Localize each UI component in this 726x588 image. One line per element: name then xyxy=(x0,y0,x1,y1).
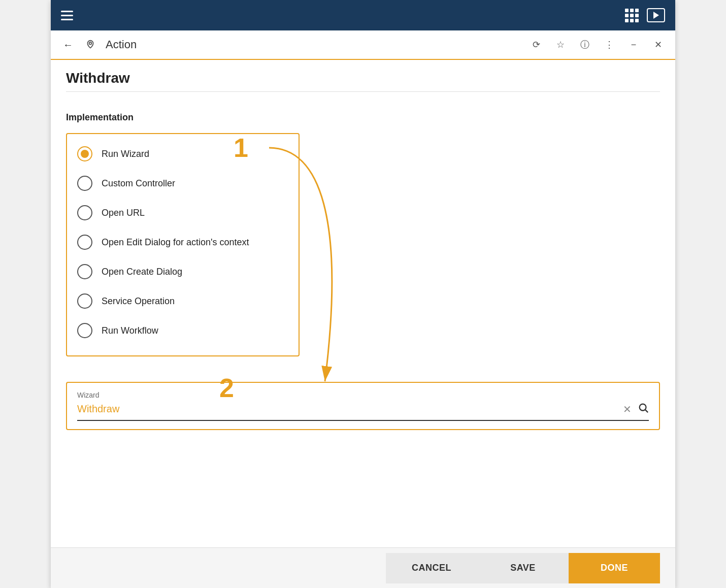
browser-toolbar: ← Action ⟳ ☆ ⓘ ⋮ − ✕ xyxy=(51,30,675,60)
play-icon[interactable] xyxy=(647,8,665,22)
radio-service-operation[interactable]: Service Operation xyxy=(77,286,288,316)
radio-run-wizard[interactable]: Run Wizard xyxy=(77,144,288,169)
page-content: Withdraw Implementation Run Wizard Custo… xyxy=(51,60,675,547)
wizard-label: Wizard xyxy=(77,391,649,399)
radio-label-run-wizard: Run Wizard xyxy=(102,149,149,159)
radio-circle-service-operation xyxy=(77,293,92,309)
toolbar-title: Action xyxy=(106,38,521,51)
footer: CANCEL SAVE DONE xyxy=(51,547,675,588)
divider xyxy=(66,91,660,92)
radio-label-service-operation: Service Operation xyxy=(102,296,175,307)
wizard-search-button[interactable] xyxy=(638,402,649,416)
radio-circle-custom-controller xyxy=(77,176,92,191)
form-area: Implementation Run Wizard Custom Control… xyxy=(51,102,675,382)
bookmark-button[interactable]: ☆ xyxy=(553,38,568,52)
back-button[interactable]: ← xyxy=(61,38,75,52)
svg-point-0 xyxy=(89,42,92,45)
radio-open-create-dialog[interactable]: Open Create Dialog xyxy=(77,257,288,286)
toolbar-actions: ⟳ ☆ ⓘ ⋮ − ✕ xyxy=(529,38,665,52)
radio-circle-run-workflow xyxy=(77,323,92,338)
action-icon xyxy=(83,38,97,52)
radio-label-custom-controller: Custom Controller xyxy=(102,178,175,189)
wizard-icons: ✕ xyxy=(623,402,649,416)
cancel-button[interactable]: CANCEL xyxy=(386,553,477,583)
minimize-button[interactable]: − xyxy=(626,38,641,52)
radio-inner-run-wizard xyxy=(81,150,89,158)
radio-circle-open-edit-dialog xyxy=(77,235,92,250)
svg-line-3 xyxy=(645,410,648,412)
radio-label-open-edit-dialog: Open Edit Dialog for action's context xyxy=(102,237,249,248)
hamburger-icon[interactable] xyxy=(61,11,73,20)
refresh-button[interactable]: ⟳ xyxy=(529,38,543,52)
close-button[interactable]: ✕ xyxy=(651,38,665,52)
wizard-field-box: Wizard Withdraw ✕ 2 xyxy=(66,382,660,430)
save-button[interactable]: SAVE xyxy=(477,553,569,583)
radio-run-workflow[interactable]: Run Workflow xyxy=(77,316,288,345)
radio-circle-open-create-dialog xyxy=(77,264,92,279)
radio-label-open-url: Open URL xyxy=(102,208,145,218)
wizard-clear-button[interactable]: ✕ xyxy=(623,403,632,415)
radio-open-url[interactable]: Open URL xyxy=(77,198,288,227)
top-navigation xyxy=(51,0,675,30)
help-button[interactable]: ⓘ xyxy=(578,38,592,52)
radio-custom-controller[interactable]: Custom Controller xyxy=(77,169,288,198)
radio-circle-run-wizard xyxy=(77,146,92,161)
svg-point-2 xyxy=(640,404,646,411)
radio-circle-open-url xyxy=(77,205,92,220)
section-label: Implementation xyxy=(66,112,660,123)
grid-icon[interactable] xyxy=(625,9,639,22)
page-title: Withdraw xyxy=(51,60,675,91)
radio-label-open-create-dialog: Open Create Dialog xyxy=(102,267,182,277)
radio-open-edit-dialog[interactable]: Open Edit Dialog for action's context xyxy=(77,227,288,257)
wizard-value: Withdraw xyxy=(77,403,119,415)
done-button[interactable]: DONE xyxy=(569,553,660,583)
radio-label-run-workflow: Run Workflow xyxy=(102,325,158,336)
more-options-button[interactable]: ⋮ xyxy=(602,38,616,52)
wizard-value-row: Withdraw ✕ xyxy=(77,402,649,421)
implementation-options-box: Run Wizard Custom Controller Open URL Op… xyxy=(66,133,300,356)
